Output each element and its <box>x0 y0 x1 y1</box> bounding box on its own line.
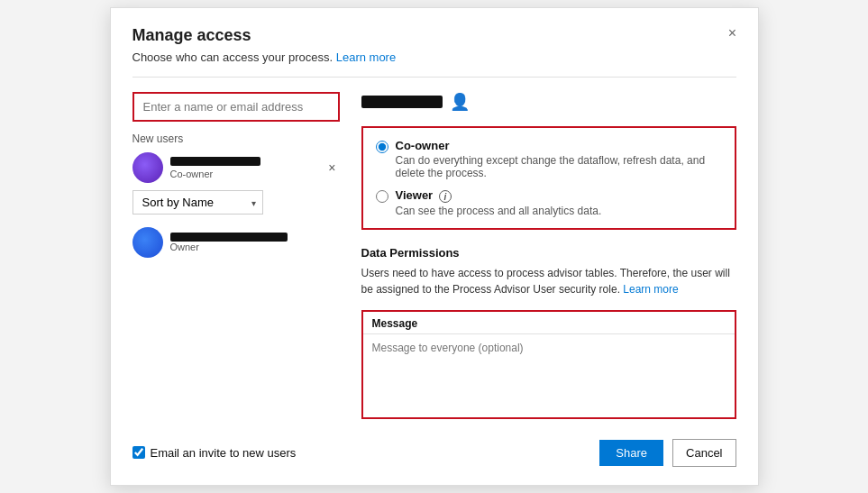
invite-checkbox-row: Email an invite to new users <box>132 446 591 460</box>
owner-row: Owner <box>132 227 340 258</box>
invite-label: Email an invite to new users <box>151 446 297 460</box>
message-input[interactable] <box>363 333 735 415</box>
message-box: Message <box>361 310 736 419</box>
invite-checkbox[interactable] <box>132 446 145 459</box>
viewer-label: Viewer i <box>396 188 602 203</box>
dialog-subtitle: Choose who can access your process. Lear… <box>132 50 736 64</box>
viewer-description: Can see the process and all analytics da… <box>396 205 602 217</box>
user-info: Co-owner <box>170 157 318 179</box>
add-person-icon: 👤 <box>450 92 470 112</box>
learn-more-link[interactable]: Learn more <box>336 50 396 64</box>
owner-info: Owner <box>170 233 340 252</box>
user-role: Co-owner <box>170 169 318 179</box>
dialog-title: Manage access <box>132 26 736 45</box>
coowner-radio[interactable] <box>376 141 388 153</box>
coowner-label: Co-owner <box>396 139 722 152</box>
sort-dropdown[interactable]: Sort by NameSort by Role <box>132 190 263 215</box>
data-permissions-title: Data Permissions <box>361 246 736 260</box>
owner-name-bar <box>170 233 288 242</box>
coowner-option: Co-owner Can do everything except change… <box>376 139 722 179</box>
user-name-bar <box>170 157 260 166</box>
avatar <box>132 152 163 183</box>
divider <box>132 77 736 78</box>
owner-avatar <box>132 227 163 258</box>
search-input[interactable] <box>132 92 340 122</box>
coowner-description: Can do everything except change the data… <box>396 154 722 179</box>
owner-role: Owner <box>170 242 340 252</box>
role-options-box: Co-owner Can do everything except change… <box>361 126 736 230</box>
selected-user-name <box>361 96 443 108</box>
main-content: New users Co-owner × Sort by NameSort by… <box>132 92 736 423</box>
message-label: Message <box>363 312 735 333</box>
close-button[interactable]: × <box>722 23 744 44</box>
data-permissions-text: Users need to have access to process adv… <box>361 265 736 297</box>
viewer-radio[interactable] <box>376 190 388 203</box>
share-button[interactable]: Share <box>599 440 663 466</box>
right-panel: 👤 Co-owner Can do everything except chan… <box>361 92 736 423</box>
new-users-label: New users <box>132 132 340 145</box>
data-permissions-learn-more[interactable]: Learn more <box>623 283 678 296</box>
new-user-row: Co-owner × <box>132 152 340 183</box>
right-top-row: 👤 <box>361 92 736 112</box>
manage-access-dialog: × Manage access Choose who can access yo… <box>110 7 759 486</box>
left-panel: New users Co-owner × Sort by NameSort by… <box>132 92 340 423</box>
remove-user-button[interactable]: × <box>324 159 339 177</box>
viewer-option: Viewer i Can see the process and all ana… <box>376 188 722 217</box>
sort-wrapper: Sort by NameSort by Role ▾ <box>132 190 263 215</box>
viewer-info-icon: i <box>439 190 452 203</box>
cancel-button[interactable]: Cancel <box>672 439 736 467</box>
footer: Email an invite to new users Share Cance… <box>132 439 736 467</box>
